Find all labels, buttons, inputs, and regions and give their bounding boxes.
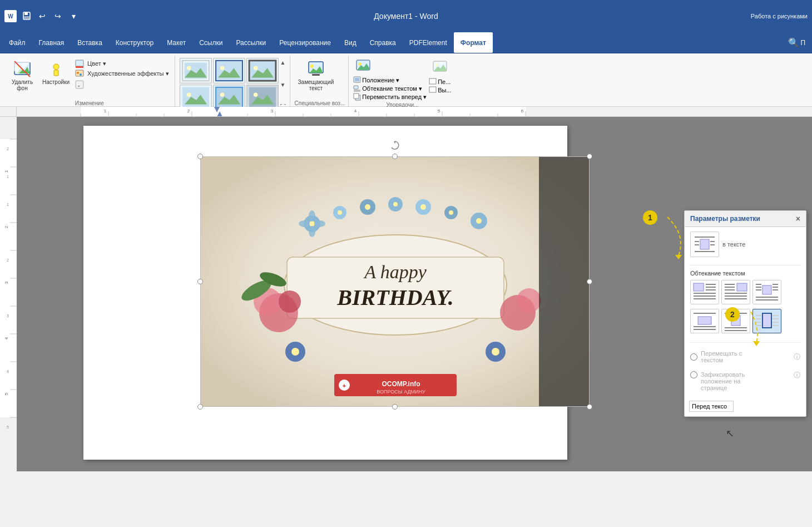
panel-title: Параметры разметки <box>690 215 760 223</box>
handle-tl[interactable] <box>197 154 203 159</box>
wrap-top-bottom[interactable] <box>690 309 719 333</box>
style-scroll-down[interactable]: ▼ <box>280 81 286 88</box>
color-button[interactable]: Цвет ▾ <box>85 59 108 68</box>
picture-tools-label: Работа с рисунками <box>751 13 808 19</box>
bring-forward-button[interactable]: Переместить вперед ▾ <box>353 93 427 101</box>
wrap-text-label: Обтекание текстом ▾ <box>362 85 422 92</box>
style-thumb-1[interactable] <box>180 58 212 83</box>
svg-rect-2 <box>24 16 29 19</box>
svg-point-134 <box>309 221 315 226</box>
menu-file[interactable]: Файл <box>2 32 32 53</box>
fix-position-input[interactable] <box>690 371 697 378</box>
menu-mail[interactable]: Рассылки <box>229 32 273 53</box>
pe-button[interactable]: Пе... <box>429 78 451 86</box>
title-bar: W ↩ ↪ ▾ Документ1 - Word Работа с рисунк… <box>0 0 812 32</box>
remove-bg-icon <box>13 60 31 78</box>
svg-text:3: 3 <box>271 109 274 114</box>
menu-help[interactable]: Справка <box>363 32 403 53</box>
save-button[interactable] <box>20 9 33 23</box>
move-with-text-radio[interactable]: Перемещать стекстом <box>690 348 742 365</box>
svg-point-40 <box>253 92 258 97</box>
wrap-square-left[interactable] <box>690 280 719 304</box>
menu-home[interactable]: Главная <box>32 32 71 53</box>
svg-point-143 <box>299 220 310 227</box>
before-text-input[interactable] <box>689 401 734 412</box>
menu-review[interactable]: Рецензирование <box>273 32 338 53</box>
title-bar-left: W ↩ ↪ ▾ <box>4 9 80 23</box>
svg-rect-31 <box>182 87 209 107</box>
svg-point-142 <box>309 226 315 237</box>
move-with-text-input[interactable] <box>690 353 697 361</box>
svg-text:5: 5 <box>438 109 440 114</box>
svg-rect-50 <box>312 74 320 76</box>
handle-bl[interactable] <box>197 404 203 410</box>
svg-point-14 <box>80 73 82 76</box>
in-text-button[interactable] <box>690 232 719 257</box>
svg-point-144 <box>314 220 325 227</box>
badge-2-label: 2 <box>730 310 735 319</box>
placeholder-icon <box>307 60 325 78</box>
svg-point-36 <box>220 92 224 97</box>
menu-refs[interactable]: Ссылки <box>192 32 229 53</box>
undo-button[interactable]: ↩ <box>36 9 49 23</box>
settings-icon <box>47 60 65 78</box>
vy-button[interactable]: Вы... <box>429 86 451 94</box>
position-button[interactable]: Положение ▾ <box>353 76 427 84</box>
menu-insert[interactable]: Вставка <box>71 32 109 53</box>
horizontal-ruler: 1 2 3 4 5 6 <box>17 107 812 117</box>
remove-bg-button[interactable]: Удалить фон <box>8 58 37 93</box>
svg-rect-64 <box>429 78 436 84</box>
menu-format[interactable]: Формат <box>454 32 493 53</box>
art-effects-button[interactable]: Художественные эффекты ▾ <box>85 69 171 78</box>
handle-tm[interactable] <box>392 154 398 159</box>
menu-view[interactable]: Вид <box>338 32 363 53</box>
search-area[interactable]: 🔍 П <box>784 32 810 53</box>
wrap-text-button[interactable]: Обтекание текстом ▾ <box>353 85 427 92</box>
arrange-icon-1[interactable] <box>353 58 373 76</box>
handle-mr[interactable] <box>587 279 592 284</box>
wrap-through[interactable] <box>752 280 781 304</box>
handle-ml[interactable] <box>197 279 203 284</box>
menu-pdf[interactable]: PDFElement <box>403 32 454 53</box>
svg-text:4: 4 <box>7 370 9 373</box>
document-area[interactable]: A happy BIRTHDAY. + OCOMP.info ВОПРОСЫ А… <box>17 117 812 471</box>
svg-rect-10 <box>76 60 83 66</box>
menu-layout[interactable]: Макет <box>160 32 192 53</box>
svg-point-13 <box>77 72 79 74</box>
panel-close-button[interactable]: × <box>796 214 800 223</box>
fix-info-icon: ⓘ <box>794 371 800 380</box>
svg-text:1: 1 <box>4 170 9 173</box>
handle-bm[interactable] <box>392 404 398 410</box>
color-row: Цвет ▾ <box>75 59 171 68</box>
arrange-text-buttons: Положение ▾ Обтекание текстом ▾ Перемест… <box>353 76 427 101</box>
ribbon: Удалить фон Настройки Цвет ▾ <box>0 53 812 107</box>
style-thumb-2[interactable] <box>213 58 245 83</box>
svg-rect-65 <box>429 87 436 92</box>
rotate-handle[interactable] <box>389 140 400 151</box>
arrange-icon-2[interactable] <box>429 59 451 77</box>
fix-position-radio[interactable]: Зафиксироватьположение настранице <box>690 370 745 393</box>
in-text-label: в тексте <box>722 241 745 248</box>
customize-button[interactable]: ▾ <box>67 9 80 23</box>
image-container[interactable]: A happy BIRTHDAY. + OCOMP.info ВОПРОСЫ А… <box>200 156 590 407</box>
redo-button[interactable]: ↪ <box>51 9 65 23</box>
placeholder-button[interactable]: Замещающийтекст <box>295 58 338 93</box>
before-text-container <box>685 398 806 416</box>
style-thumb-3[interactable] <box>246 58 279 83</box>
settings-label: Настройки <box>42 79 70 85</box>
handle-tr[interactable] <box>587 154 592 159</box>
move-with-text-label: Перемещать стекстом <box>701 350 742 363</box>
style-scroll-up[interactable]: ▲ <box>280 59 286 66</box>
svg-text:+: + <box>343 382 346 389</box>
settings-button[interactable]: Настройки <box>39 58 73 87</box>
wrap-square-right[interactable] <box>721 280 750 304</box>
menu-design[interactable]: Конструктор <box>109 32 160 53</box>
svg-text:1: 1 <box>7 175 9 179</box>
svg-rect-39 <box>249 87 276 107</box>
style-scroll: ▲ ▼ ⛶ <box>280 58 286 111</box>
wrap-before-text[interactable] <box>752 309 781 333</box>
handle-br[interactable] <box>587 404 592 410</box>
bring-forward-label: Переместить вперед ▾ <box>362 93 427 101</box>
extra-icon-row: ⌄ <box>75 80 171 89</box>
svg-text:6: 6 <box>521 109 524 114</box>
